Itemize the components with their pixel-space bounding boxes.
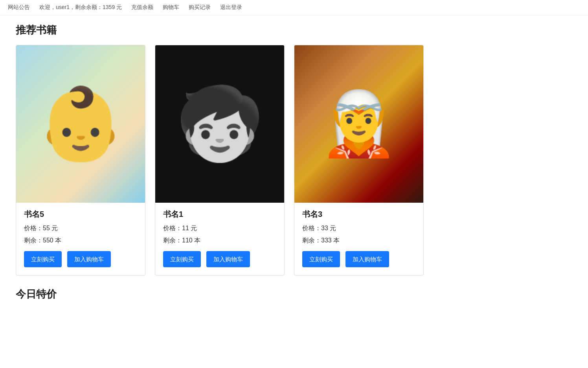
add-cart-button-3[interactable]: 加入购物车	[345, 251, 389, 267]
add-cart-button-1[interactable]: 加入购物车	[206, 251, 250, 267]
add-cart-button-5[interactable]: 加入购物车	[67, 251, 111, 267]
book-info-3: 书名3 价格：33 元 剩余：333 本	[294, 203, 423, 245]
book-price-1: 价格：11 元	[163, 224, 276, 233]
book-title-3: 书名3	[302, 209, 415, 220]
book-title-1: 书名1	[163, 209, 276, 220]
book-cover-5	[16, 45, 145, 203]
book-actions-1: 立刻购买 加入购物车	[155, 251, 284, 267]
book-price-3: 价格：33 元	[302, 224, 415, 233]
book-info-1: 书名1 价格：11 元 剩余：110 本	[155, 203, 284, 245]
buy-now-button-5[interactable]: 立刻购买	[24, 251, 62, 267]
book-stock-1: 剩余：110 本	[163, 237, 276, 245]
books-grid: 书名5 价格：55 元 剩余：550 本 立刻购买 加入购物车 书名1 价格：1…	[16, 45, 572, 276]
nav-orders[interactable]: 购买记录	[189, 4, 211, 11]
book-info-5: 书名5 价格：55 元 剩余：550 本	[16, 203, 145, 245]
book-actions-5: 立刻购买 加入购物车	[16, 251, 145, 267]
book-cover-1	[155, 45, 284, 203]
buy-now-button-1[interactable]: 立刻购买	[163, 251, 201, 267]
book-card-5: 书名5 价格：55 元 剩余：550 本 立刻购买 加入购物车	[16, 45, 145, 276]
book-title-5: 书名5	[24, 209, 137, 220]
nav-welcome: 欢迎，user1，剩余余额：1359 元	[39, 4, 122, 11]
nav-cart[interactable]: 购物车	[163, 4, 179, 11]
book-cover-3	[294, 45, 423, 203]
book-card-1: 书名1 价格：11 元 剩余：110 本 立刻购买 加入购物车	[155, 45, 285, 276]
book-stock-3: 剩余：333 本	[302, 237, 415, 245]
nav-notice[interactable]: 网站公告	[8, 4, 30, 11]
buy-now-button-3[interactable]: 立刻购买	[302, 251, 340, 267]
nav-logout[interactable]: 退出登录	[220, 4, 242, 11]
navbar: 网站公告 欢迎，user1，剩余余额：1359 元 充值余额 购物车 购买记录 …	[0, 0, 588, 15]
book-actions-3: 立刻购买 加入购物车	[294, 251, 423, 267]
sale-section-title: 今日特价	[16, 287, 572, 301]
book-price-5: 价格：55 元	[24, 224, 137, 233]
book-card-3: 书名3 价格：33 元 剩余：333 本 立刻购买 加入购物车	[294, 45, 424, 276]
nav-recharge[interactable]: 充值余额	[131, 4, 153, 11]
book-stock-5: 剩余：550 本	[24, 237, 137, 245]
main-content: 推荐书籍 书名5 价格：55 元 剩余：550 本 立刻购买 加入购物车 书名1…	[0, 15, 588, 309]
recommended-section-title: 推荐书籍	[16, 23, 572, 37]
